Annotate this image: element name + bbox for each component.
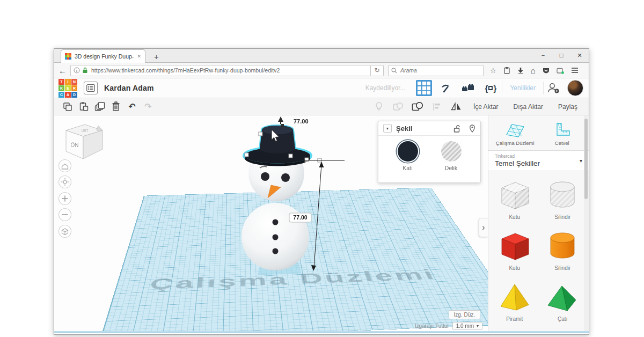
view-nav-buttons: [59, 160, 71, 238]
codeblocks-button[interactable]: {}: [479, 84, 502, 93]
edit-grid-button[interactable]: Izg. Düz.: [449, 310, 480, 319]
pocket-icon[interactable]: [543, 67, 550, 74]
caret-down-icon: ▾: [477, 324, 479, 328]
group-button[interactable]: [390, 102, 406, 112]
invite-button[interactable]: [544, 82, 563, 94]
raise-handle[interactable]: [278, 116, 283, 124]
snowman-hat-selected[interactable]: [244, 124, 321, 166]
shapes-sidebar: Çalışma Düzlemi Cetvel Tinkercad Temel: [488, 115, 589, 331]
align-button[interactable]: [429, 102, 445, 112]
undo-icon: ↶: [128, 101, 135, 112]
viewcube-front-label: ÖN: [71, 142, 79, 148]
shape-item-box-striped[interactable]: Kutu: [491, 177, 539, 220]
home-icon[interactable]: ⌂: [531, 66, 536, 75]
solid-swatch[interactable]: [398, 141, 418, 162]
browser-tab[interactable]: 3D design Funky Duup-Bom ✕: [61, 49, 145, 63]
snap-grid-select[interactable]: 1.0 mm ▾: [452, 322, 482, 330]
scale-handle[interactable]: [305, 158, 309, 162]
my-designs-button[interactable]: [84, 82, 98, 94]
pyramid-yellow-thumb: [495, 279, 535, 315]
perspective-toggle-button[interactable]: [59, 225, 71, 238]
shape-item-roof-green[interactable]: Çatı: [539, 279, 587, 322]
undo-button[interactable]: ↶: [124, 101, 140, 112]
paste-button[interactable]: [76, 101, 92, 112]
3d-viewport[interactable]: Çalışma Düzlemi: [54, 115, 488, 331]
codeblocks-icon: {}: [485, 84, 497, 93]
shape-item-cylinder-striped[interactable]: Silindir: [539, 177, 587, 220]
ungroup-icon: [412, 101, 423, 112]
mirror-button[interactable]: [448, 102, 464, 111]
scale-handle[interactable]: [318, 158, 321, 162]
solid-option[interactable]: Katı: [398, 141, 418, 171]
box-red-thumb: [495, 228, 535, 264]
scale-handle[interactable]: [259, 132, 262, 136]
sidebar-scrollbar[interactable]: [584, 115, 588, 331]
blocks-view-button[interactable]: [416, 80, 432, 96]
shape-item-box-red[interactable]: Kutu: [491, 228, 539, 271]
shape-item-cylinder-orange[interactable]: Silindir: [539, 228, 587, 271]
zoom-out-button[interactable]: [59, 209, 71, 221]
copy-button[interactable]: [60, 102, 76, 112]
mouse-cursor: [272, 129, 279, 142]
info-icon[interactable]: [74, 67, 80, 74]
downloads-icon[interactable]: [517, 67, 524, 74]
export-button[interactable]: Dışa Aktar: [508, 101, 549, 113]
workplane-grid[interactable]: Çalışma Düzlemi: [99, 188, 488, 331]
duplicate-icon: [94, 101, 105, 112]
reload-button[interactable]: ↻: [371, 65, 384, 76]
brick-export-button[interactable]: [457, 83, 479, 93]
new-tab-button[interactable]: +: [151, 52, 162, 61]
tab-close-icon[interactable]: ✕: [137, 54, 141, 59]
url-input[interactable]: [90, 67, 368, 74]
mirror-icon: [451, 102, 462, 111]
scale-handle[interactable]: [289, 154, 292, 158]
screenshot-extension-icon[interactable]: [557, 67, 564, 74]
ungroup-button[interactable]: [409, 101, 426, 112]
minecraft-export-button[interactable]: [434, 82, 457, 94]
snap-grid-label: Izgarayı Tuttur: [415, 323, 449, 329]
tinkercad-logo[interactable]: TINKERCAD: [58, 79, 77, 98]
hole-option[interactable]: Delik: [441, 141, 462, 171]
panel-collapse-button[interactable]: ▾: [383, 124, 392, 133]
menu-icon[interactable]: [571, 67, 579, 74]
window-close-button[interactable]: ✕: [570, 49, 589, 62]
window-minimize-button[interactable]: −: [534, 49, 552, 62]
lightbulb-icon: [375, 102, 383, 112]
shape-item-pyramid-yellow[interactable]: Piramit: [491, 279, 539, 322]
duplicate-button[interactable]: [92, 101, 108, 112]
redo-button[interactable]: ↷: [140, 101, 156, 112]
hole-swatch[interactable]: [441, 141, 462, 162]
show-all-button[interactable]: [371, 102, 387, 112]
bookmark-star-icon[interactable]: ☆: [490, 67, 496, 75]
scale-handle[interactable]: [245, 153, 248, 157]
shape-category-select[interactable]: Tinkercad Temel Şekiller ▾: [488, 151, 589, 171]
design-title[interactable]: Kardan Adam: [104, 84, 154, 92]
redo-icon: ↷: [144, 101, 151, 112]
back-button[interactable]: ←: [58, 66, 67, 75]
ruler-tool[interactable]: Cetvel: [539, 122, 585, 146]
import-button[interactable]: İçe Aktar: [467, 101, 504, 113]
unlock-icon[interactable]: [453, 124, 460, 133]
orbit-button[interactable]: [59, 176, 71, 188]
view-cube[interactable]: ÜST ÖN: [66, 124, 103, 159]
home-view-button[interactable]: [59, 160, 71, 172]
search-icon: [391, 68, 397, 74]
clipboard-icon[interactable]: [503, 67, 510, 74]
whats-new-button[interactable]: Yenilikler: [502, 84, 543, 92]
workplane-watermark: Çalışma Düzlemi: [148, 266, 439, 292]
search-input[interactable]: [399, 67, 480, 74]
pin-icon[interactable]: [469, 124, 475, 133]
add-person-icon: [547, 82, 560, 94]
scrollbar-thumb[interactable]: [584, 119, 588, 199]
share-button[interactable]: Paylaş: [552, 101, 583, 113]
align-icon: [432, 102, 442, 112]
sidebar-collapse-toggle[interactable]: ›: [479, 218, 488, 237]
delete-button[interactable]: [108, 101, 124, 112]
window-maximize-button[interactable]: □: [552, 49, 570, 62]
user-avatar[interactable]: [567, 80, 583, 96]
workplane-tool[interactable]: Çalışma Düzlemi: [492, 122, 538, 146]
address-bar[interactable]: [70, 65, 371, 76]
search-bar[interactable]: [388, 65, 484, 76]
zoom-in-button[interactable]: [59, 193, 71, 205]
scale-handle[interactable]: [281, 124, 284, 127]
